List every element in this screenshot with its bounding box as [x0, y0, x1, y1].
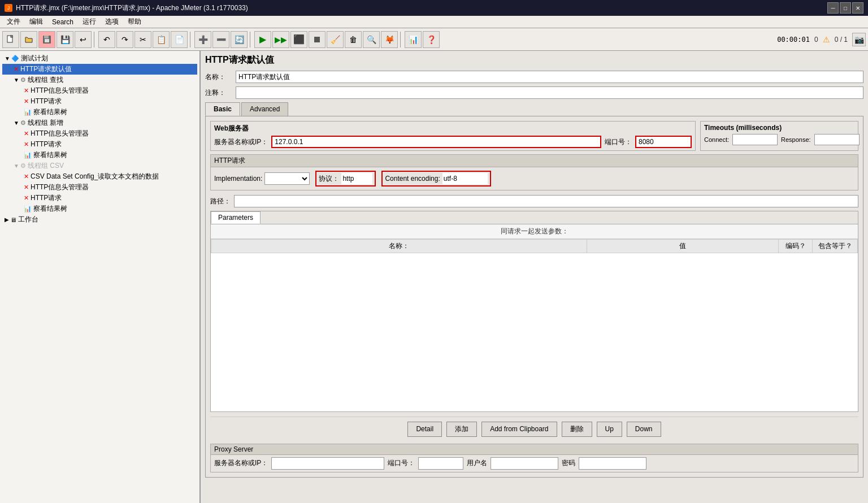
down-button[interactable]: Down	[627, 422, 661, 437]
stop-button[interactable]: ⬛	[290, 31, 307, 48]
tree-item-http-header1[interactable]: ✕ HTTP信息头管理器	[2, 85, 197, 96]
delete-button[interactable]: 删除	[562, 422, 592, 437]
minimize-button[interactable]: ─	[827, 2, 839, 14]
tree-item-results1[interactable]: 📊 察看结果树	[2, 107, 197, 118]
tab-advanced[interactable]: Advanced	[241, 102, 288, 116]
svg-rect-4	[44, 36, 49, 38]
csv-icon: ✕	[24, 173, 29, 180]
proxy-password-label: 密码	[562, 458, 575, 468]
tree-item-thread-search[interactable]: ▼ ⚙ 线程组 查找	[2, 75, 197, 85]
maximize-button[interactable]: □	[840, 2, 851, 14]
tree-item-label: 测试计划	[21, 54, 48, 63]
menu-search[interactable]: Search	[47, 17, 78, 27]
implementation-label: Implementation:	[214, 175, 262, 183]
proxy-server-input[interactable]	[271, 457, 384, 470]
tree-item-http-header3[interactable]: ✕ HTTP信息头管理器	[2, 182, 197, 193]
menu-help[interactable]: 帮助	[123, 16, 146, 28]
response-input[interactable]	[814, 134, 860, 145]
tree-item-label: 线程组 查找	[28, 75, 63, 85]
search-toolbar-button[interactable]: 🔍	[363, 31, 380, 48]
tree-search-button[interactable]: 🦊	[381, 31, 398, 48]
tree-item-thread-new[interactable]: ▼ ⚙ 线程组 新增	[2, 118, 197, 128]
connect-label: Connect:	[704, 136, 729, 143]
window-title: HTTP请求.jmx (F:\jmeter.jmx\HTTP请求.jmx) - …	[16, 3, 248, 13]
up-button[interactable]: Up	[597, 422, 622, 437]
collapse-button[interactable]: ➖	[212, 31, 229, 48]
tree-item-workbench[interactable]: ▶ 🖥 工作台	[2, 214, 197, 225]
implementation-select[interactable]: HttpClient4 Java	[264, 172, 310, 185]
help-toolbar-button[interactable]: ❓	[423, 31, 440, 48]
detail-button[interactable]: Detail	[407, 422, 442, 437]
menu-file[interactable]: 文件	[2, 16, 25, 28]
expand-button[interactable]: ➕	[194, 31, 211, 48]
tree-item-http-request3[interactable]: ✕ HTTP请求	[2, 193, 197, 203]
copy-button[interactable]: 📋	[153, 31, 170, 48]
run-button[interactable]: ▶	[254, 31, 271, 48]
connect-input[interactable]	[732, 134, 778, 145]
tree-item-http-header2[interactable]: ✕ HTTP信息头管理器	[2, 128, 197, 139]
results-icon3: 📊	[24, 205, 32, 213]
results-icon2: 📊	[24, 151, 32, 159]
close-button[interactable]: ✕	[852, 2, 863, 14]
name-input[interactable]	[236, 71, 863, 83]
menu-edit[interactable]: 编辑	[25, 16, 47, 28]
revert-button[interactable]: ↩	[75, 31, 92, 48]
http-header-icon2: ✕	[24, 130, 29, 137]
tree-item-http-defaults[interactable]: ✕ HTTP请求默认值	[2, 64, 197, 75]
run-no-pause-button[interactable]: ▶▶	[272, 31, 289, 48]
open-button[interactable]	[20, 31, 37, 48]
view-results-button[interactable]: 📊	[405, 31, 422, 48]
title-bar: J HTTP请求.jmx (F:\jmeter.jmx\HTTP请求.jmx) …	[0, 0, 868, 16]
toggle-button[interactable]: 🔄	[231, 31, 248, 48]
undo-button[interactable]: ↶	[98, 31, 115, 48]
cut-button[interactable]: ✂	[134, 31, 151, 48]
menu-run[interactable]: 运行	[78, 16, 101, 28]
screenshot-button[interactable]: 📷	[852, 33, 866, 46]
proxy-password-input[interactable]	[579, 457, 646, 470]
clear-button[interactable]: 🧹	[327, 31, 344, 48]
save-button[interactable]	[38, 31, 55, 48]
server-ip-input[interactable]	[271, 136, 601, 148]
toolbar-status: 00:00:01 0 ⚠ 0 / 1 📷	[777, 33, 866, 46]
proxy-username-label: 用户名	[467, 458, 487, 468]
proxy-section: Proxy Server 服务器名称或IP： 端口号： 用户名 密码	[210, 444, 858, 472]
menu-bar: 文件 编辑 Search 运行 选项 帮助	[0, 16, 868, 28]
encoding-input[interactable]	[442, 173, 488, 184]
tree-item-results2[interactable]: 📊 察看结果树	[2, 150, 197, 161]
tree-item-http-request1[interactable]: ✕ HTTP请求	[2, 96, 197, 107]
menu-options[interactable]: 选项	[101, 16, 123, 28]
encoding-label: Content encoding:	[385, 175, 440, 183]
redo-button[interactable]: ↷	[116, 31, 133, 48]
col-encode: 编码？	[779, 240, 813, 253]
params-tab-parameters[interactable]: Parameters	[211, 211, 261, 224]
stop-all-button[interactable]: ⏹	[309, 31, 326, 48]
clear-all-button[interactable]: 🗑	[345, 31, 362, 48]
new-button[interactable]	[2, 31, 19, 48]
path-label: 路径：	[210, 197, 231, 206]
save-as-button[interactable]: 💾	[57, 31, 73, 48]
tree-item-csv-data[interactable]: ✕ CSV Data Set Config_读取文本文档的数据	[2, 171, 197, 182]
port-input[interactable]	[635, 136, 692, 148]
proxy-port-input[interactable]	[418, 457, 463, 470]
web-server-timeouts-row: Web服务器 服务器名称或IP： 端口号： Timeouts (millisec…	[210, 121, 858, 151]
add-from-clipboard-button[interactable]: Add from Clipboard	[481, 422, 557, 437]
add-button[interactable]: 添加	[446, 422, 477, 437]
comment-label: 注释：	[205, 88, 233, 98]
tree-item-test-plan[interactable]: ▼ 🔷 测试计划	[2, 53, 197, 64]
proxy-username-input[interactable]	[491, 457, 558, 470]
thread-group-icon3: ⚙	[20, 162, 26, 170]
path-input[interactable]	[234, 195, 858, 207]
tab-basic[interactable]: Basic	[205, 102, 240, 116]
paste-button[interactable]: 📄	[171, 31, 188, 48]
app-icon: J	[5, 4, 12, 12]
protocol-input[interactable]	[341, 173, 372, 184]
tree-item-results3[interactable]: 📊 察看结果树	[2, 203, 197, 214]
tree-item-http-request2[interactable]: ✕ HTTP请求	[2, 139, 197, 150]
triangle-icon: ▼	[5, 55, 10, 62]
tree-item-thread-csv[interactable]: ▼ ⚙ 线程组 CSV	[2, 161, 197, 171]
http-defaults-icon: ✕	[14, 66, 19, 73]
params-body: 同请求一起发送参数： 名称： 值 编码？ 包含等于？	[211, 224, 858, 411]
col-include: 包含等于？	[813, 240, 858, 253]
comment-input[interactable]	[236, 86, 863, 99]
content-area: HTTP请求默认值 名称： 注释： Basic Advanced	[201, 51, 868, 503]
